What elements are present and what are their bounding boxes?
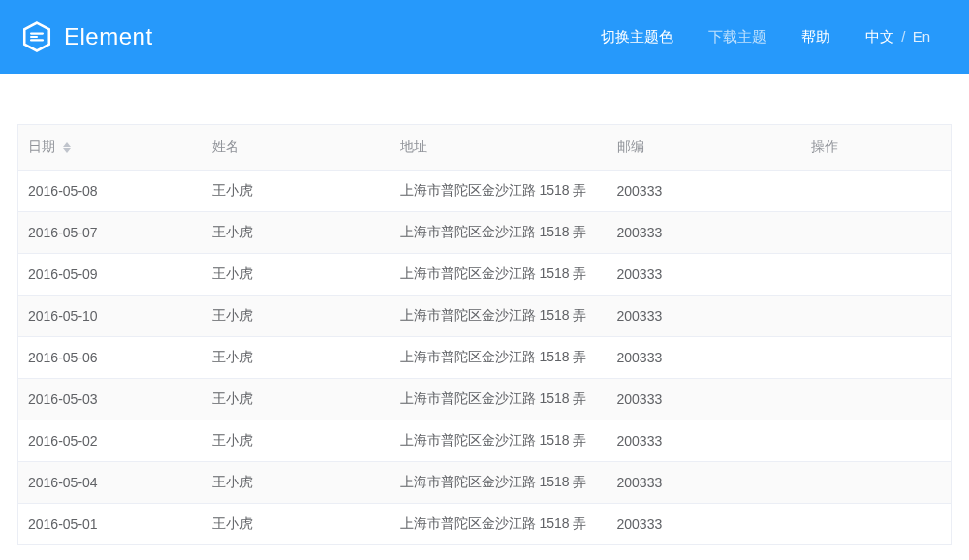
nav-download-theme[interactable]: 下载主题 [708,28,766,47]
cell-date: 2016-05-06 [18,337,203,379]
cell-zip: 200333 [608,462,801,504]
cell-name: 王小虎 [203,296,391,337]
data-table: 日期 姓名 地址 邮编 操作 [17,124,952,545]
element-logo-icon [19,19,54,54]
table-row[interactable]: 2016-05-07王小虎上海市普陀区金沙江路 1518 弄200333 [18,212,952,254]
lang-zh: 中文 [865,28,894,45]
cell-zip: 200333 [608,254,801,296]
cell-ops [801,337,952,379]
table-row[interactable]: 2016-05-09王小虎上海市普陀区金沙江路 1518 弄200333 [18,254,952,296]
cell-name: 王小虎 [203,504,391,545]
cell-zip: 200333 [608,337,801,379]
cell-name: 王小虎 [203,337,391,379]
nav-theme-switch[interactable]: 切换主题色 [601,28,673,47]
nav-help[interactable]: 帮助 [801,28,830,47]
cell-address: 上海市普陀区金沙江路 1518 弄 [391,296,608,337]
cell-address: 上海市普陀区金沙江路 1518 弄 [391,337,608,379]
table-header-row: 日期 姓名 地址 邮编 操作 [18,125,952,171]
column-header-zip[interactable]: 邮编 [608,125,801,171]
cell-date: 2016-05-09 [18,254,203,296]
column-label-name: 姓名 [212,139,239,154]
column-label-ops: 操作 [811,139,838,154]
column-header-address[interactable]: 地址 [391,125,608,171]
cell-address: 上海市普陀区金沙江路 1518 弄 [391,462,608,504]
table-row[interactable]: 2016-05-10王小虎上海市普陀区金沙江路 1518 弄200333 [18,296,952,337]
cell-address: 上海市普陀区金沙江路 1518 弄 [391,379,608,420]
brand-logo[interactable]: Element [19,19,153,54]
column-label-date: 日期 [28,139,55,154]
cell-ops [801,254,952,296]
cell-date: 2016-05-07 [18,212,203,254]
header: Element 切换主题色 下载主题 帮助 中文 / En [0,0,969,74]
cell-address: 上海市普陀区金沙江路 1518 弄 [391,420,608,462]
cell-date: 2016-05-01 [18,504,203,545]
cell-ops [801,296,952,337]
language-switch[interactable]: 中文 / En [865,28,930,47]
table-row[interactable]: 2016-05-08王小虎上海市普陀区金沙江路 1518 弄200333 [18,171,952,212]
table-header: 日期 姓名 地址 邮编 操作 [18,125,952,171]
table-row[interactable]: 2016-05-02王小虎上海市普陀区金沙江路 1518 弄200333 [18,420,952,462]
column-header-name[interactable]: 姓名 [203,125,391,171]
cell-date: 2016-05-10 [18,296,203,337]
main-content: 日期 姓名 地址 邮编 操作 [0,74,969,545]
cell-address: 上海市普陀区金沙江路 1518 弄 [391,254,608,296]
cell-zip: 200333 [608,504,801,545]
cell-name: 王小虎 [203,379,391,420]
column-header-date[interactable]: 日期 [18,125,203,171]
table-row[interactable]: 2016-05-03王小虎上海市普陀区金沙江路 1518 弄200333 [18,379,952,420]
cell-zip: 200333 [608,212,801,254]
cell-ops [801,379,952,420]
table-row[interactable]: 2016-05-06王小虎上海市普陀区金沙江路 1518 弄200333 [18,337,952,379]
cell-date: 2016-05-08 [18,171,203,212]
cell-ops [801,462,952,504]
cell-ops [801,504,952,545]
cell-address: 上海市普陀区金沙江路 1518 弄 [391,212,608,254]
sort-ascending-icon [63,142,71,147]
cell-zip: 200333 [608,420,801,462]
cell-name: 王小虎 [203,254,391,296]
cell-name: 王小虎 [203,420,391,462]
table-row[interactable]: 2016-05-04王小虎上海市普陀区金沙江路 1518 弄200333 [18,462,952,504]
cell-name: 王小虎 [203,462,391,504]
cell-zip: 200333 [608,379,801,420]
cell-address: 上海市普陀区金沙江路 1518 弄 [391,171,608,212]
cell-date: 2016-05-04 [18,462,203,504]
sort-descending-icon [63,148,71,153]
cell-name: 王小虎 [203,212,391,254]
cell-name: 王小虎 [203,171,391,212]
cell-ops [801,171,952,212]
cell-address: 上海市普陀区金沙江路 1518 弄 [391,504,608,545]
column-label-zip: 邮编 [617,139,644,154]
cell-zip: 200333 [608,296,801,337]
cell-ops [801,420,952,462]
cell-ops [801,212,952,254]
column-label-address: 地址 [400,139,427,154]
lang-en: En [913,28,930,45]
table-row[interactable]: 2016-05-01王小虎上海市普陀区金沙江路 1518 弄200333 [18,504,952,545]
header-nav: 切换主题色 下载主题 帮助 中文 / En [601,28,930,47]
sort-icon[interactable] [63,142,71,153]
cell-date: 2016-05-03 [18,379,203,420]
brand-name: Element [64,23,153,50]
lang-sep: / [901,28,905,45]
cell-zip: 200333 [608,171,801,212]
table-body: 2016-05-08王小虎上海市普陀区金沙江路 1518 弄2003332016… [18,171,952,545]
column-header-ops[interactable]: 操作 [801,125,952,171]
cell-date: 2016-05-02 [18,420,203,462]
